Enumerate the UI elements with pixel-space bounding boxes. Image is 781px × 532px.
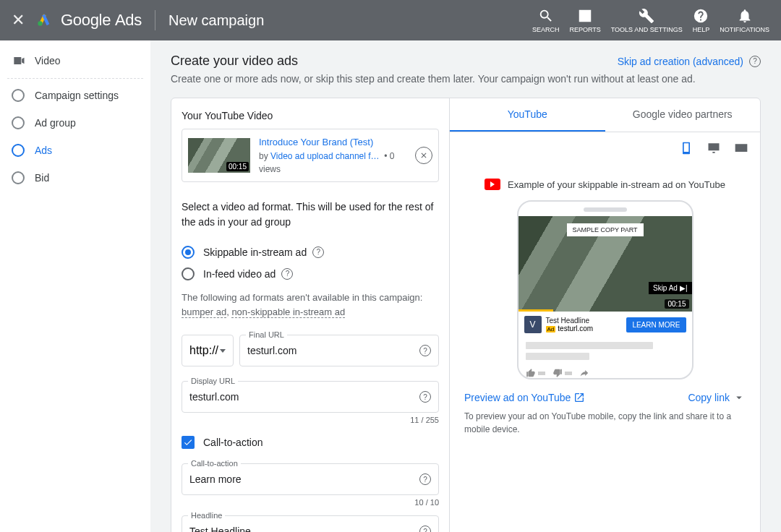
protocol-select[interactable]: http:// xyxy=(182,335,234,366)
radio-infeed[interactable]: In-feed video ad? xyxy=(182,263,439,285)
sample-overlay: SAMPLE COPY PART xyxy=(566,223,643,236)
tab-partners[interactable]: Google video partners xyxy=(605,98,761,132)
step-icon xyxy=(12,116,25,129)
format-instructions: Select a video ad format. This will be u… xyxy=(182,200,439,230)
device-desktop-button[interactable] xyxy=(705,140,722,157)
notifications-button[interactable]: NOTIFICATIONS xyxy=(720,8,769,33)
ad-badge: Ad xyxy=(546,326,556,332)
radio-icon xyxy=(182,246,195,259)
skeleton xyxy=(518,338,692,368)
video-thumbnail: 00:15 xyxy=(188,138,250,173)
learn-more-button: LEARN MORE xyxy=(626,317,686,332)
your-video-label: Your YouTube Video xyxy=(182,110,439,121)
video-icon xyxy=(12,53,26,68)
tab-youtube[interactable]: YouTube xyxy=(450,98,605,132)
checkbox-icon xyxy=(182,436,195,449)
section-subtext: Create one or more ads now, or skip this… xyxy=(171,73,761,85)
chevron-down-icon xyxy=(733,391,746,404)
bumper-ad-link[interactable]: bumper ad xyxy=(182,306,226,318)
sidebar-item-bid[interactable]: Bid xyxy=(7,164,143,192)
help-icon[interactable]: ? xyxy=(419,391,431,403)
device-mobile-button[interactable] xyxy=(678,140,695,157)
sidebar-item-ad-group[interactable]: Ad group xyxy=(7,109,143,137)
non-skippable-link[interactable]: non-skippable in-stream ad xyxy=(231,306,345,318)
preview-hint: To preview your ad on YouTube mobile, co… xyxy=(450,410,760,447)
step-icon xyxy=(12,171,25,184)
brand-text: Google Ads xyxy=(61,11,142,30)
close-icon[interactable]: ✕ xyxy=(12,11,25,30)
sidebar-divider xyxy=(7,78,143,79)
unavailable-formats-note: The following ad formats aren't availabl… xyxy=(182,291,439,321)
tools-button[interactable]: TOOLS AND SETTINGS xyxy=(611,8,683,33)
final-url-input[interactable] xyxy=(247,345,431,356)
engagement-row xyxy=(518,368,692,378)
help-icon[interactable]: ? xyxy=(419,473,431,485)
display-url-input[interactable] xyxy=(189,391,431,403)
headline-field[interactable]: Headline? xyxy=(182,515,439,532)
main-content: Create your video ads Skip ad creation (… xyxy=(150,40,781,532)
phone-mockup: SAMPLE COPY PART Skip Ad▶| 00:15 V Test … xyxy=(517,200,693,379)
phone-notch xyxy=(584,207,627,212)
avatar: V xyxy=(524,316,542,333)
step-icon xyxy=(12,89,25,102)
display-url-field[interactable]: Display URL? xyxy=(182,381,439,413)
chevron-down-icon xyxy=(220,349,226,353)
help-icon[interactable]: ? xyxy=(419,345,431,356)
ad-panel: Your YouTube Video 00:15 Introduce Your … xyxy=(171,98,761,532)
help-button[interactable]: HELP xyxy=(693,8,710,33)
sidebar: Video Campaign settings Ad group Ads Bid xyxy=(0,40,150,532)
radio-skippable[interactable]: Skippable in-stream ad? xyxy=(182,241,439,263)
thumb-up-icon xyxy=(526,368,536,378)
video-card: 00:15 Introduce Your Brand (Test) by Vid… xyxy=(182,129,439,182)
ad-form: Your YouTube Video 00:15 Introduce Your … xyxy=(171,98,450,532)
help-icon[interactable]: ? xyxy=(312,246,324,258)
header-divider xyxy=(155,10,155,30)
step-icon xyxy=(12,144,25,157)
preview-actions: Preview ad on YouTube Copy link xyxy=(450,379,760,410)
cta-input[interactable] xyxy=(189,473,431,485)
search-button[interactable]: SEARCH xyxy=(532,8,560,33)
device-tv-button[interactable] xyxy=(733,140,750,157)
skip-link[interactable]: Skip ad creation (advanced) xyxy=(618,56,743,67)
sidebar-item-label: Video xyxy=(35,55,61,66)
help-icon[interactable]: ? xyxy=(281,268,293,280)
page-title: New campaign xyxy=(168,12,264,29)
cta-checkbox[interactable]: Call-to-action xyxy=(182,436,439,449)
final-url-field[interactable]: Final URL? xyxy=(239,335,439,366)
remove-video-button[interactable] xyxy=(415,147,432,164)
google-ads-logo xyxy=(36,11,52,30)
reports-button[interactable]: REPORTS xyxy=(569,8,600,33)
share-icon xyxy=(579,368,589,378)
svg-point-0 xyxy=(38,21,42,25)
video-info: Introduce Your Brand (Test) by Video ad … xyxy=(259,135,406,176)
copy-link[interactable]: Copy link xyxy=(688,391,746,404)
ad-headline: Test Headline xyxy=(546,317,623,325)
preview-on-youtube-link[interactable]: Preview ad on YouTube xyxy=(464,392,585,403)
page-head: Create your video ads Skip ad creation (… xyxy=(171,53,761,69)
thumb-down-icon xyxy=(552,368,563,378)
duration-chip: 00:15 xyxy=(226,162,249,171)
ad-meta-text: Test Headline Adtesturl.com xyxy=(546,317,623,332)
duration-chip: 00:15 xyxy=(665,299,688,309)
help-icon[interactable]: ? xyxy=(749,56,761,67)
preview-panel: YouTube Google video partners Example of… xyxy=(450,98,760,532)
ad-meta-row: V Test Headline Adtesturl.com LEARN MORE xyxy=(518,312,692,338)
headline-input[interactable] xyxy=(189,525,431,532)
help-icon[interactable]: ? xyxy=(419,525,431,532)
sidebar-item-ads[interactable]: Ads xyxy=(7,137,143,164)
skip-ad-button: Skip Ad▶| xyxy=(649,282,692,294)
cta-field[interactable]: Call-to-action? xyxy=(182,463,439,495)
app-header: ✕ Google Ads New campaign SEARCH REPORTS… xyxy=(0,0,781,40)
sidebar-item-label: Bid xyxy=(35,172,49,184)
video-title-link[interactable]: Introduce Your Brand (Test) xyxy=(259,135,406,150)
ad-video-preview: SAMPLE COPY PART Skip Ad▶| 00:15 xyxy=(518,216,692,312)
sidebar-item-label: Campaign settings xyxy=(35,90,119,101)
channel-link[interactable]: Video ad upload channel f… xyxy=(270,151,380,161)
ad-domain: testurl.com xyxy=(558,325,593,332)
radio-icon xyxy=(182,267,195,280)
sidebar-item-campaign-settings[interactable]: Campaign settings xyxy=(7,82,143,109)
sidebar-item-video[interactable]: Video xyxy=(7,46,143,75)
cta-counter: 10 / 10 xyxy=(182,498,439,507)
progress-bar xyxy=(518,309,553,312)
preview-label: Example of your skippable in-stream ad o… xyxy=(450,179,760,190)
